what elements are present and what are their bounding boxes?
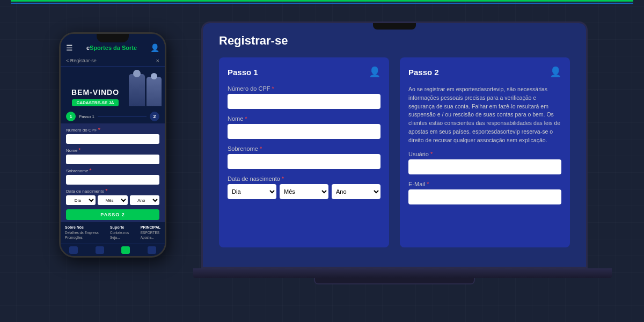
laptop-body: Registrar-se Passo 1 👤 Número do CPF (201, 21, 588, 268)
phone-footer: Sobre Nós Detalhes da Empresa Promoções … (61, 222, 165, 244)
nome-input[interactable] (228, 124, 380, 139)
phone-cpf-input[interactable] (66, 134, 159, 144)
email-label: E-Mail * (408, 181, 561, 187)
scene-container: Registrar-se Passo 1 👤 Número do CPF (27, 11, 617, 311)
footer-principal-item0[interactable]: ESPORTES (141, 231, 160, 235)
sobrenome-input[interactable] (228, 154, 380, 169)
step2-column: Passo 2 👤 Ao se registrar em esportesdas… (400, 57, 570, 247)
phone-cpf-label: Número do CPF * (66, 127, 159, 133)
dob-label: Data de nascimento * (228, 175, 380, 182)
dob-month-select[interactable]: Mês (280, 184, 328, 199)
step2-info-text: Ao se registrar em esportesdasortevip, s… (408, 85, 561, 144)
phone-outer: ☰ eSportes da Sorte 👤 < Registrar-se × B… (59, 32, 166, 258)
usuario-field: Usuário * (408, 151, 561, 174)
phone-dob-label: Data de nascimento * (66, 188, 159, 194)
step1-step-label: Passo 1 (79, 114, 94, 119)
phone-next-button[interactable]: PASSO 2 (66, 209, 159, 220)
back-link[interactable]: < Registrar-se (66, 58, 97, 63)
close-button[interactable]: × (156, 57, 159, 64)
hero-cta-button[interactable]: CADASTRE-SE JÁ (72, 99, 118, 106)
phone-nome-label: Nome * (66, 147, 159, 153)
usuario-required: * (430, 151, 433, 157)
laptop-stand (314, 278, 475, 284)
phone-logo: eSportes da Sorte (86, 45, 137, 51)
phone-bottom-nav (61, 244, 165, 256)
footer-principal-title: PRINCIPAL (141, 225, 160, 229)
email-input[interactable] (408, 189, 561, 204)
cpf-required: * (272, 85, 274, 92)
step1-circle: 1 (66, 112, 76, 121)
phone-device: ☰ eSportes da Sorte 👤 < Registrar-se × B… (59, 32, 166, 258)
phone-nome-input[interactable] (66, 155, 159, 164)
laptop-base (193, 268, 612, 278)
bottom-nav-home[interactable] (69, 246, 78, 254)
hamburger-icon[interactable]: ☰ (66, 43, 73, 52)
sobrenome-field: Sobrenome * (228, 145, 380, 169)
laptop-device: Registrar-se Passo 1 👤 Número do CPF (193, 21, 596, 301)
usuario-label: Usuário * (408, 151, 561, 157)
step1-title: Passo 1 (228, 68, 258, 77)
phone-hero: BEM-VINDO CADASTRE-SE JÁ (61, 67, 165, 109)
dob-day-select[interactable]: Dia (228, 184, 276, 199)
nome-label: Nome * (228, 115, 380, 122)
email-field: E-Mail * (408, 181, 561, 204)
step2-person-icon: 👤 (550, 66, 561, 78)
laptop-screen: Registrar-se Passo 1 👤 Número do CPF (203, 23, 586, 267)
footer-principal-item1[interactable]: Aposte... (141, 236, 160, 239)
form-columns: Passo 1 👤 Número do CPF * (219, 57, 570, 247)
phone-dob-day[interactable]: Dia (66, 195, 96, 205)
footer-sobre-item1[interactable]: Promoções (65, 236, 99, 239)
sobrenome-required: * (260, 145, 262, 152)
phone-sobrenome-label: Sobrenome * (66, 167, 159, 174)
home-icon (69, 246, 78, 254)
phone-form: Número do CPF * Nome * (61, 123, 165, 207)
bottom-nav-settings[interactable] (148, 246, 156, 254)
phone-nome-field: Nome * (66, 147, 159, 164)
dob-field: Data de nascimento * Dia Mês (228, 175, 380, 199)
phone-dob-year[interactable]: Ano (130, 195, 159, 205)
phone-screen: ☰ eSportes da Sorte 👤 < Registrar-se × B… (61, 34, 165, 256)
footer-col-principal: PRINCIPAL ESPORTES Aposte... (141, 225, 160, 240)
phone-cpf-field: Número do CPF * (66, 127, 159, 144)
phone-subnav: < Registrar-se × (61, 55, 165, 67)
dob-year-select[interactable]: Ano (332, 184, 380, 199)
phone-sobrenome-input[interactable] (66, 175, 159, 185)
phone-dob-field: Data de nascimento * Dia Mês Ano (66, 188, 159, 205)
footer-suporte-title: Suporte (110, 225, 129, 229)
hero-welcome-text: BEM-VINDO (64, 88, 127, 97)
footer-suporte-item1[interactable]: Seja... (110, 236, 129, 239)
phone-user-icon[interactable]: 👤 (150, 43, 159, 52)
bottom-nav-user[interactable] (121, 246, 130, 254)
email-required: * (427, 181, 429, 187)
step-line (98, 116, 147, 117)
step1-person-icon: 👤 (369, 66, 380, 78)
nome-required: * (245, 115, 247, 122)
page-title: Registrar-se (219, 34, 570, 48)
footer-suporte-item0[interactable]: Contate-nos (110, 231, 129, 235)
usuario-input[interactable] (408, 159, 561, 174)
footer-col-suporte: Suporte Contate-nos Seja... (110, 225, 129, 240)
nome-field: Nome * (228, 115, 380, 139)
step2-title: Passo 2 (408, 68, 439, 77)
cpf-input[interactable] (228, 94, 380, 109)
phone-notch (97, 34, 129, 42)
cpf-field: Número do CPF * (228, 85, 380, 109)
phone-steps: 1 Passo 1 2 (61, 109, 165, 123)
user-nav-icon (121, 246, 130, 254)
settings-icon (148, 246, 156, 254)
search-icon (96, 246, 104, 254)
footer-sobre-item0[interactable]: Detalhes da Empresa (65, 231, 99, 235)
dob-required: * (282, 175, 284, 182)
bottom-nav-search[interactable] (96, 246, 104, 254)
footer-col-sobre: Sobre Nós Detalhes da Empresa Promoções (65, 225, 99, 240)
step2-circle: 2 (150, 112, 159, 121)
sobrenome-label: Sobrenome * (228, 145, 380, 152)
phone-sobrenome-field: Sobrenome * (66, 167, 159, 185)
accent-decoration (0, 0, 644, 4)
phone-dob-month[interactable]: Mês (98, 195, 127, 205)
step1-column: Passo 1 👤 Número do CPF * (219, 57, 389, 247)
cpf-label: Número do CPF * (228, 85, 380, 92)
footer-sobre-title: Sobre Nós (65, 225, 99, 229)
laptop-notch (373, 23, 416, 30)
